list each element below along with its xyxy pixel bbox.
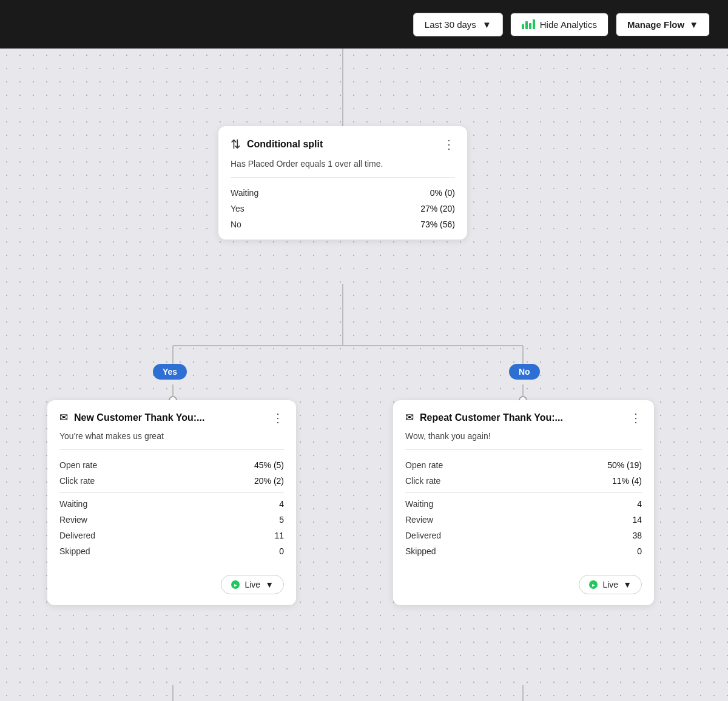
table-row: Yes 27% (20) (231, 201, 455, 216)
repeat-click-rate-value: 11% (4) (612, 476, 642, 486)
new-skipped-label: Skipped (59, 546, 90, 556)
new-review-label: Review (59, 515, 87, 525)
new-skipped-value: 0 (279, 546, 284, 556)
new-review-value: 5 (279, 515, 284, 525)
conditional-split-card: ⇅ Conditional split ⋮ Has Placed Order e… (218, 126, 467, 240)
repeat-customer-footer: Live ▼ (393, 566, 654, 605)
chevron-down-icon-manage: ▼ (689, 19, 698, 30)
new-delivered-value: 11 (274, 531, 284, 540)
new-customer-subtitle: You're what makes us great (47, 429, 296, 449)
manage-flow-button[interactable]: Manage Flow ▼ (616, 13, 710, 36)
repeat-customer-status-label: Live (602, 580, 618, 589)
table-row: Delivered 11 (59, 528, 284, 543)
repeat-customer-header: ✉ Repeat Customer Thank You:... ⋮ (393, 400, 654, 429)
repeat-click-rate-label: Click rate (405, 476, 440, 486)
repeat-skipped-label: Skipped (405, 546, 436, 556)
table-row: Click rate 11% (4) (405, 473, 642, 489)
repeat-delivered-value: 38 (632, 531, 642, 540)
no-label-text: No (519, 367, 530, 377)
split-icon: ⇅ (231, 137, 241, 152)
stat-label-waiting: Waiting (231, 188, 258, 198)
repeat-customer-rate-stats: Open rate 50% (19) Click rate 11% (4) Wa… (393, 450, 654, 566)
stat-value-yes: 27% (20) (420, 204, 455, 213)
repeat-waiting-label: Waiting (405, 499, 433, 509)
new-customer-status-label: Live (244, 580, 260, 589)
new-click-rate-value: 20% (2) (254, 476, 284, 486)
table-row: Waiting 4 (405, 492, 642, 512)
new-customer-header: ✉ New Customer Thank You:... ⋮ (47, 400, 296, 429)
repeat-review-value: 14 (632, 515, 642, 525)
table-row: Delivered 38 (405, 528, 642, 543)
mail-icon-repeat: ✉ (405, 411, 414, 424)
stat-value-waiting: 0% (0) (430, 188, 455, 198)
table-row: Skipped 0 (405, 543, 642, 559)
table-row: Waiting 0% (0) (231, 185, 455, 201)
chevron-down-live-new: ▼ (265, 580, 274, 589)
new-open-rate-value: 45% (5) (254, 460, 284, 470)
repeat-open-rate-label: Open rate (405, 460, 443, 470)
split-title: Conditional split (247, 139, 323, 150)
stat-value-no: 73% (56) (420, 220, 455, 229)
card-title-row: ⇅ Conditional split (231, 137, 323, 152)
table-row: Skipped 0 (59, 543, 284, 559)
new-open-rate-label: Open rate (59, 460, 97, 470)
new-delivered-label: Delivered (59, 531, 95, 540)
repeat-customer-subtitle: Wow, thank you again! (393, 429, 654, 449)
new-customer-footer: Live ▼ (47, 566, 296, 605)
new-customer-rate-stats: Open rate 45% (5) Click rate 20% (2) Wai… (47, 450, 296, 566)
repeat-open-rate-value: 50% (19) (607, 460, 642, 470)
card-header-split: ⇅ Conditional split ⋮ (218, 126, 467, 156)
table-row: Open rate 45% (5) (59, 457, 284, 473)
chevron-down-icon: ▼ (482, 19, 491, 30)
mail-icon-new: ✉ (59, 411, 68, 424)
table-row: Click rate 20% (2) (59, 473, 284, 489)
table-row: No 73% (56) (231, 216, 455, 232)
table-row: Review 5 (59, 512, 284, 528)
yes-label-text: Yes (163, 367, 177, 377)
split-stats: Waiting 0% (0) Yes 27% (20) No 73% (56) (218, 178, 467, 240)
repeat-skipped-value: 0 (637, 546, 642, 556)
split-menu-icon[interactable]: ⋮ (443, 138, 455, 150)
manage-flow-label: Manage Flow (627, 19, 684, 30)
new-waiting-value: 4 (279, 499, 284, 509)
repeat-customer-card: ✉ Repeat Customer Thank You:... ⋮ Wow, t… (393, 400, 654, 605)
no-branch-label: No (509, 364, 540, 380)
table-row: Waiting 4 (59, 492, 284, 512)
table-row: Open rate 50% (19) (405, 457, 642, 473)
date-picker-label: Last 30 days (425, 19, 476, 30)
analytics-bars-icon (522, 19, 535, 29)
flow-canvas: ⇅ Conditional split ⋮ Has Placed Order e… (0, 49, 728, 701)
analytics-btn-label: Hide Analytics (540, 19, 597, 30)
new-customer-menu-icon[interactable]: ⋮ (272, 412, 284, 424)
new-customer-card: ✉ New Customer Thank You:... ⋮ You're wh… (47, 400, 296, 605)
new-customer-live-button[interactable]: Live ▼ (221, 575, 284, 594)
table-row: Review 14 (405, 512, 642, 528)
repeat-waiting-value: 4 (637, 499, 642, 509)
new-customer-title-row: ✉ New Customer Thank You:... (59, 411, 204, 424)
new-waiting-label: Waiting (59, 499, 87, 509)
repeat-customer-title: Repeat Customer Thank You:... (420, 412, 563, 423)
repeat-customer-menu-icon[interactable]: ⋮ (630, 412, 642, 424)
live-indicator-new (231, 580, 240, 589)
stat-label-yes: Yes (231, 204, 244, 213)
repeat-customer-title-row: ✉ Repeat Customer Thank You:... (405, 411, 563, 424)
chevron-down-live-repeat: ▼ (623, 580, 632, 589)
split-description: Has Placed Order equals 1 over all time. (218, 156, 467, 177)
repeat-delivered-label: Delivered (405, 531, 441, 540)
repeat-review-label: Review (405, 515, 433, 525)
date-picker-button[interactable]: Last 30 days ▼ (413, 13, 503, 36)
stat-label-no: No (231, 220, 241, 229)
hide-analytics-button[interactable]: Hide Analytics (510, 13, 608, 36)
new-customer-title: New Customer Thank You:... (74, 412, 204, 423)
live-indicator-repeat (589, 580, 598, 589)
header: Last 30 days ▼ Hide Analytics Manage Flo… (0, 0, 728, 49)
yes-branch-label: Yes (153, 364, 187, 380)
new-click-rate-label: Click rate (59, 476, 95, 486)
repeat-customer-live-button[interactable]: Live ▼ (579, 575, 642, 594)
